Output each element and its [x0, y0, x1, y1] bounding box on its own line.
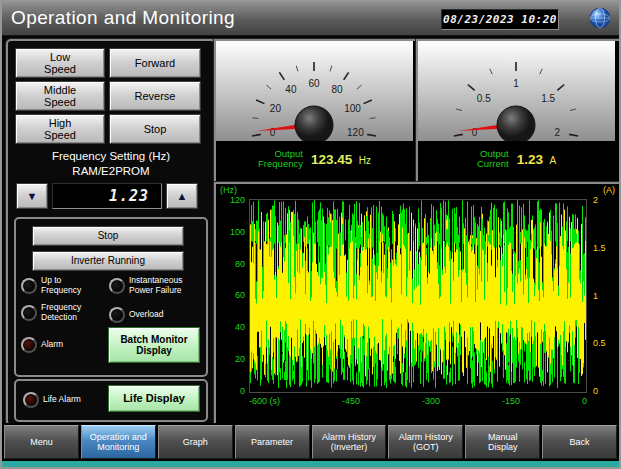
globe-icon: [588, 6, 612, 30]
frequency-detection-lamp-icon: [21, 305, 37, 321]
nav-graph-button[interactable]: Graph: [158, 425, 233, 459]
nav-menu-button[interactable]: Menu: [4, 425, 79, 459]
instantaneous-power-failure-lamp-icon: [109, 278, 125, 294]
frequency-down-button[interactable]: ▼: [16, 183, 48, 209]
status-panel: Stop Inverter Running Up to Frequency In…: [14, 217, 208, 377]
datetime-display: 08/23/2023 10:20: [441, 9, 559, 30]
axis-tick-label: 0: [582, 396, 587, 408]
frequency-gauge-panel: 020406080100120 Output Frequency 123.45 …: [214, 39, 419, 183]
axis-tick-label: 100: [230, 227, 245, 237]
output-frequency-number: 123.45: [311, 152, 352, 167]
inverter-running-button[interactable]: Inverter Running: [32, 251, 184, 271]
frequency-value-display[interactable]: 1.23: [52, 183, 162, 209]
axis-tick-label: 0.5: [593, 338, 606, 348]
reverse-button[interactable]: Reverse: [109, 81, 201, 111]
high-speed-button[interactable]: High Speed: [15, 114, 105, 144]
x-axis-ticks: -600 (s)-450-300-1500: [249, 396, 587, 408]
nav-manual-display-button[interactable]: Manual Display: [465, 425, 540, 459]
current-gauge-panel: 00.511.52 Output Current 1.23 A: [416, 39, 621, 183]
svg-text:60: 60: [308, 78, 320, 89]
frequency-up-button[interactable]: ▲: [166, 183, 198, 209]
svg-text:1: 1: [513, 78, 519, 89]
header: Operation and Monitoring 08/23/2023 10:2…: [2, 2, 619, 36]
lamp-label: Up to Frequency: [41, 276, 81, 295]
svg-text:0.5: 0.5: [477, 93, 491, 104]
current-gauge-face: 00.511.52: [418, 41, 615, 141]
hmi-screen: Operation and Monitoring 08/23/2023 10:2…: [0, 0, 621, 469]
current-gauge: 00.511.52: [418, 41, 615, 141]
axis-tick-label: 40: [235, 322, 245, 332]
axis-tick-label: 120: [230, 195, 245, 205]
batch-monitor-display-button[interactable]: Batch Monitor Display: [108, 327, 200, 363]
axis-tick-label: 1.5: [593, 243, 606, 253]
axis-tick-label: 1: [593, 291, 598, 301]
nav-bar: Menu Operation and Monitoring Graph Para…: [2, 423, 619, 461]
middle-speed-button[interactable]: Middle Speed: [15, 81, 105, 111]
alarm-lamp-icon: [21, 337, 37, 353]
lamp-label: Life Alarm: [43, 395, 81, 405]
control-panel: Low Speed Middle Speed High Speed Forwar…: [6, 39, 216, 426]
right-axis-ticks: 21.510.50: [593, 195, 617, 396]
memory-type-label: RAM/E2PROM: [8, 165, 214, 177]
up-to-frequency-indicator: Up to Frequency: [21, 276, 81, 295]
axis-tick-label: 2: [593, 195, 598, 205]
life-alarm-indicator: Life Alarm: [23, 392, 81, 408]
down-arrow-icon: ▼: [27, 190, 38, 203]
axis-tick-label: 20: [235, 354, 245, 364]
alarm-indicator: Alarm: [21, 337, 63, 353]
svg-text:2: 2: [555, 127, 561, 138]
output-current-readout: Output Current 1.23 A: [418, 141, 615, 177]
overload-lamp-icon: [109, 307, 125, 323]
life-panel: Life Alarm Life Display: [14, 379, 208, 422]
output-frequency-label: Output Frequency: [258, 149, 303, 170]
output-frequency-value: 123.45 Hz: [311, 150, 371, 168]
lamp-label: Instantaneous Power Failure: [129, 276, 182, 295]
lamp-label: Overload: [129, 310, 164, 320]
axis-tick-label: -300: [422, 396, 440, 408]
axis-tick-label: 60: [235, 290, 245, 300]
nav-alarm-history-inverter-button[interactable]: Alarm History (Inverter): [312, 425, 387, 459]
svg-text:120: 120: [347, 127, 364, 138]
svg-text:80: 80: [332, 84, 344, 95]
up-arrow-icon: ▲: [177, 190, 188, 203]
axis-tick-label: -150: [502, 396, 520, 408]
life-alarm-lamp-icon: [23, 392, 39, 408]
svg-text:40: 40: [285, 84, 297, 95]
axis-tick-label: 80: [235, 259, 245, 269]
svg-text:1.5: 1.5: [541, 93, 555, 104]
lamp-label: Alarm: [41, 340, 63, 350]
left-axis-ticks: 120100806040200: [216, 195, 245, 396]
bottom-accent-bar: [2, 461, 619, 467]
axis-tick-label: -450: [342, 396, 360, 408]
stop-status-button[interactable]: Stop: [32, 226, 184, 246]
page-title: Operation and Monitoring: [11, 7, 235, 29]
forward-button[interactable]: Forward: [109, 48, 201, 78]
axis-tick-label: 0: [593, 386, 598, 396]
overload-indicator: Overload: [109, 307, 164, 323]
output-frequency-unit: Hz: [359, 155, 371, 166]
up-to-frequency-lamp-icon: [21, 278, 37, 294]
nav-back-button[interactable]: Back: [542, 425, 617, 459]
frequency-setting-label: Frequency Setting (Hz): [8, 150, 214, 162]
plot-area: [249, 199, 587, 393]
low-speed-button[interactable]: Low Speed: [15, 48, 105, 78]
axis-tick-label: 0: [240, 386, 245, 396]
trend-chart: [250, 200, 586, 392]
nav-alarm-history-got-button[interactable]: Alarm History (GOT): [388, 425, 463, 459]
output-frequency-readout: Output Frequency 123.45 Hz: [216, 141, 413, 177]
left-axis-unit: (Hz): [220, 185, 237, 195]
svg-text:20: 20: [270, 103, 282, 114]
instantaneous-power-failure-indicator: Instantaneous Power Failure: [109, 276, 182, 295]
output-current-unit: A: [549, 155, 556, 166]
output-current-label: Output Current: [477, 149, 509, 170]
nav-parameter-button[interactable]: Parameter: [235, 425, 310, 459]
frequency-gauge-face: 020406080100120: [216, 41, 413, 141]
nav-operation-monitoring-button[interactable]: Operation and Monitoring: [81, 425, 156, 459]
svg-text:100: 100: [344, 103, 361, 114]
right-axis-unit: (A): [603, 185, 615, 195]
output-current-value: 1.23 A: [517, 150, 556, 168]
stop-button[interactable]: Stop: [109, 114, 201, 144]
life-display-button[interactable]: Life Display: [108, 385, 200, 412]
output-current-number: 1.23: [517, 152, 543, 167]
frequency-detection-indicator: Frequency Detection: [21, 303, 81, 322]
